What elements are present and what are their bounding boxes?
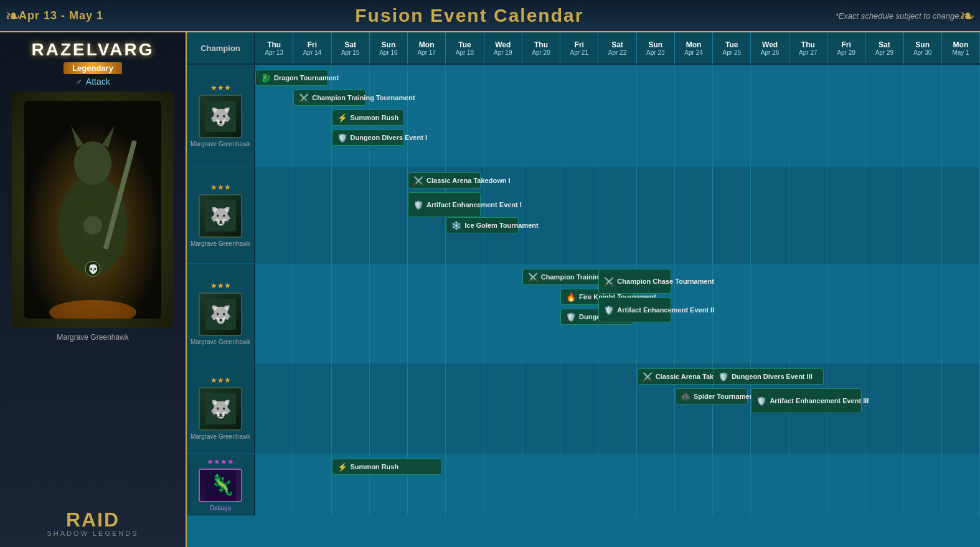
champion-card-image: 🐺 [199,387,242,431]
event-pill-3-4[interactable]: ⚔️Champion Chase Tournament [598,269,671,294]
event-label: Ice Golem Tournament [464,222,538,229]
event-label: Artifact Enhancement Event III [770,397,869,404]
ornament-left: ❧ [5,5,21,27]
event-icon: 🛡️ [604,306,614,315]
row-label-4: ★★★🐺Margrave Greenhawk [187,363,255,453]
event-label: Artifact Enhancement Event II [617,306,714,314]
calendar-row-1: ★★★🐺Margrave Greenhawk🐉Dragon Tournament… [187,65,980,167]
event-pill-1-1[interactable]: 🐉Dragon Tournament [255,70,328,86]
event-icon: 🛡️ [719,372,728,381]
champion-card-name: Margrave Greenhawk [191,339,250,346]
event-pill-4-2[interactable]: 🕷️Spider Tournament [675,388,748,404]
champion-name: RAZELVARG [31,40,154,60]
legendary-badge: Legendary [64,62,122,74]
day-header-2: SatApr 15 [332,32,370,63]
event-icon: ⚡ [337,462,347,472]
event-pill-2-1[interactable]: ⚔️Classic Arena Takedown I [408,172,481,189]
header-note: *Exact schedule subject to change. [836,11,961,21]
event-label: Summon Rush [351,114,399,121]
champion-subname: Margrave Greenhawk [57,333,128,342]
row-label-5: ★★★★🦎Delaaja [187,454,255,515]
event-icon: ⚔️ [528,273,538,282]
event-icon: 🔥 [566,292,576,302]
row-label-3: ★★★🐺Margrave Greenhawk [187,264,255,363]
event-pill-4-3[interactable]: 🛡️Dungeon Divers Event III [713,368,824,385]
day-headers: ThuApr 13FriApr 14SatApr 15SunApr 16MonA… [255,32,980,63]
event-label: Dragon Tournament [274,74,339,82]
champion-stars: ★★★ [210,281,231,290]
page-header: ❧ Apr 13 - May 1 Fusion Event Calendar *… [0,0,980,32]
event-icon: ⚔️ [299,93,309,103]
event-icon: ❄️ [451,221,461,230]
day-header-0: ThuApr 13 [255,32,293,63]
event-icon: 🐉 [261,73,271,83]
champion-stars: ★★★★ [207,457,234,466]
event-pill-5-1[interactable]: ⚡Summon Rush [332,459,443,475]
raid-logo: RAID SHADOW LEGENDS [47,510,138,547]
champion-card-name: Margrave Greenhawk [191,433,250,441]
svg-text:🦎: 🦎 [210,473,235,497]
row-label-1: ★★★🐺Margrave Greenhawk [187,65,255,167]
ornament-right: ❧ [959,5,975,27]
event-label: Dungeon Divers Event I [351,134,427,141]
event-icon: 🛡️ [756,396,766,406]
day-header-18: MonMay 1 [942,32,980,63]
calendar-body: ★★★🐺Margrave Greenhawk🐉Dragon Tournament… [187,65,980,547]
day-header-11: MonApr 24 [675,32,713,63]
event-pill-3-5[interactable]: 🛡️Artifact Enhancement Event II [598,297,671,322]
day-header-7: ThuApr 20 [522,32,560,63]
event-pill-1-3[interactable]: ⚡Summon Rush [332,110,405,126]
svg-point-2 [74,141,111,185]
event-pill-4-4[interactable]: 🛡️Artifact Enhancement Event III [751,388,862,413]
event-pill-2-3[interactable]: ❄️Ice Golem Tournament [446,217,519,233]
calendar-row-3: ★★★🐺Margrave Greenhawk⚔️Champion Trainin… [187,264,980,363]
event-label: Spider Tournament [694,393,756,400]
gender-icon: ♂️ [75,77,82,86]
event-icon: 🛡️ [566,312,576,322]
corner-label: Champion [187,32,255,63]
svg-text:💀: 💀 [88,264,99,274]
event-label: Dungeon Divers Event III [732,373,813,380]
row-events-5: ⚡Summon Rush [255,454,980,516]
header-date: Apr 13 - May 1 [19,9,103,22]
champion-card-image: 🐺 [199,194,242,238]
event-label: Champion Chase Tournament [617,278,714,285]
svg-text:🐺: 🐺 [210,304,232,325]
event-label: Summon Rush [351,463,399,470]
event-label: Classic Arena Takedown I [426,177,511,184]
event-pill-2-2[interactable]: 🛡️Artifact Enhancement Event I [408,192,481,217]
champion-card-image: 🐺 [199,95,242,138]
svg-text:🐺: 🐺 [210,399,232,419]
calendar-area: Champion ThuApr 13FriApr 14SatApr 15SunA… [187,32,980,547]
day-header-15: FriApr 28 [827,32,865,63]
day-header-13: WedApr 26 [751,32,789,63]
day-header-17: SunApr 30 [904,32,942,63]
day-header-12: TueApr 25 [713,32,751,63]
event-icon: 🕷️ [681,392,690,401]
champion-stars: ★★★ [210,83,231,92]
left-panel: RAZELVARG Legendary ♂️ Attack [0,32,187,547]
champion-artwork: 💀 [12,91,174,328]
svg-text:🐺: 🐺 [210,206,232,227]
main-layout: RAZELVARG Legendary ♂️ Attack [0,32,980,547]
calendar-wrapper: Champion ThuApr 13FriApr 14SatApr 15SunA… [187,32,980,547]
champion-stars: ★★★ [210,183,231,192]
event-pill-1-4[interactable]: 🛡️Dungeon Divers Event I [332,129,405,146]
event-label: Champion Training Tournament [312,94,415,101]
champion-card-image: 🦎 [199,469,242,502]
event-icon: ⚡ [337,113,347,123]
event-icon: ⚔️ [413,176,423,185]
event-pill-1-2[interactable]: ⚔️Champion Training Tournament [293,90,366,106]
day-header-16: SatApr 29 [865,32,903,63]
calendar-row-4: ★★★🐺Margrave Greenhawk⚔️Classic Arena Ta… [187,363,980,454]
svg-point-6 [83,216,102,235]
attack-badge: ♂️ Attack [75,77,110,86]
row-events-1: 🐉Dragon Tournament⚔️Champion Training To… [255,65,980,167]
day-header-14: ThuApr 27 [789,32,827,63]
calendar-row-2: ★★★🐺Margrave Greenhawk⚔️Classic Arena Ta… [187,167,980,264]
champion-card-name: Delaaja [210,505,231,512]
svg-text:🐺: 🐺 [210,106,232,127]
day-header-3: SunApr 16 [370,32,408,63]
row-events-3: ⚔️Champion Training Event🔥Fire Knight To… [255,264,980,363]
row-events-4: ⚔️Classic Arena Takedown II🕷️Spider Tour… [255,363,980,454]
